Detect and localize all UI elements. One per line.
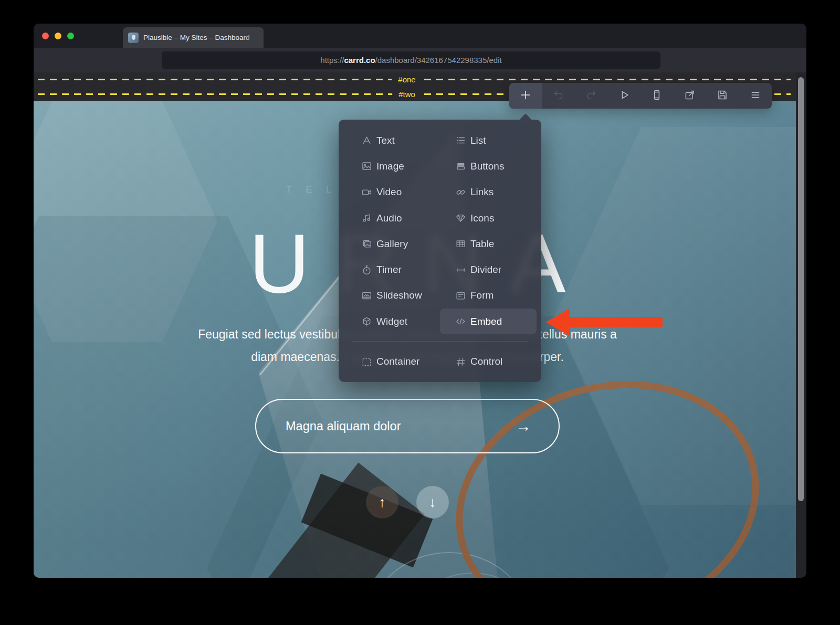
menu-column-left: Text Image Video Audio Gallery xyxy=(339,128,440,334)
url-prefix: https:// xyxy=(320,56,344,65)
phone-icon xyxy=(650,89,663,103)
control-icon xyxy=(455,356,466,367)
divider-icon xyxy=(455,264,466,276)
play-icon xyxy=(618,89,631,103)
menu-item-label: Icons xyxy=(470,213,494,224)
anchor-label-two[interactable]: #two xyxy=(392,89,422,100)
plausible-favicon-icon xyxy=(128,33,139,43)
menu-item-label: Text xyxy=(376,135,395,146)
url-field[interactable]: https://carrd.co/dashboard/3426167542298… xyxy=(162,51,660,69)
menu-item-slideshow[interactable]: Slideshow xyxy=(339,283,440,309)
menu-item-widget[interactable]: Widget xyxy=(339,309,440,334)
slideshow-icon xyxy=(361,290,372,301)
menu-item-form[interactable]: Form xyxy=(440,283,537,309)
menu-item-divider[interactable]: Divider xyxy=(440,257,537,282)
menu-item-video[interactable]: Video xyxy=(339,179,440,205)
menu-item-label: Widget xyxy=(376,316,407,327)
list-icon xyxy=(455,135,466,146)
menu-item-label: Audio xyxy=(376,213,402,224)
browser-tab-bar: Plausible – My Sites – Dashboard xyxy=(34,24,806,48)
window-controls xyxy=(42,33,74,39)
browser-url-bar: https://carrd.co/dashboard/3426167542298… xyxy=(34,48,806,72)
menu-item-label: Video xyxy=(376,186,402,198)
menu-item-label: Table xyxy=(470,238,494,250)
publish-button[interactable] xyxy=(674,83,707,109)
menu-item-links[interactable]: Links xyxy=(440,179,537,205)
scrollbar-thumb[interactable] xyxy=(798,77,804,501)
menu-item-embed[interactable]: Embed xyxy=(440,309,537,334)
menu-item-label: List xyxy=(470,135,486,146)
cta-button[interactable]: Magna aliquam dolor → xyxy=(255,399,560,453)
desktop-background: Plausible – My Sites – Dashboard https:/… xyxy=(0,0,840,625)
minimize-window-button[interactable] xyxy=(55,33,61,39)
cta-label: Magna aliquam dolor xyxy=(286,400,401,452)
anchor-label-one[interactable]: #one xyxy=(392,75,422,85)
menu-item-label: Slideshow xyxy=(376,290,422,301)
menu-item-table[interactable]: Table xyxy=(440,231,537,257)
editor-toolbar xyxy=(509,83,772,109)
menu-item-timer[interactable]: Timer xyxy=(339,257,440,282)
menu-item-label: Embed xyxy=(470,316,502,327)
buttons-icon xyxy=(455,161,466,172)
menu-item-label: Image xyxy=(376,161,404,172)
add-element-menu: Text Image Video Audio Gallery xyxy=(339,120,541,382)
tab-title-fade xyxy=(243,27,264,48)
settings-menu-button[interactable] xyxy=(739,83,772,109)
timer-icon xyxy=(361,264,372,276)
widget-icon xyxy=(361,316,372,327)
audio-icon xyxy=(361,213,372,224)
menu-item-container[interactable]: Container xyxy=(339,349,440,374)
hamburger-icon xyxy=(749,89,762,103)
menu-item-buttons[interactable]: Buttons xyxy=(440,153,537,179)
menu-column-right: List Buttons Links Icons Table xyxy=(440,128,537,334)
menu-divider xyxy=(352,341,528,342)
down-arrow-icon: ↓ xyxy=(429,494,436,511)
menu-item-label: Control xyxy=(470,356,502,367)
menu-item-label: Form xyxy=(470,290,494,301)
video-icon xyxy=(361,186,372,198)
embed-icon xyxy=(455,316,466,327)
menu-footer-right: Control xyxy=(440,349,537,374)
save-button[interactable] xyxy=(706,83,739,109)
menu-item-control[interactable]: Control xyxy=(440,349,537,374)
menu-item-label: Buttons xyxy=(470,161,504,172)
save-icon xyxy=(716,89,729,103)
annotation-arrow-head xyxy=(546,308,570,336)
preview-button[interactable] xyxy=(608,83,641,109)
undo-button[interactable] xyxy=(542,83,575,109)
redo-button[interactable] xyxy=(575,83,608,109)
menu-item-label: Gallery xyxy=(376,238,408,250)
text-icon xyxy=(361,135,372,146)
form-icon xyxy=(455,290,466,301)
table-icon xyxy=(455,238,466,250)
menu-item-label: Container xyxy=(376,356,419,367)
undo-icon xyxy=(552,89,565,103)
menu-item-gallery[interactable]: Gallery xyxy=(339,231,440,257)
browser-tab[interactable]: Plausible – My Sites – Dashboard xyxy=(123,27,264,48)
browser-window: Plausible – My Sites – Dashboard https:/… xyxy=(34,24,806,578)
menu-item-list[interactable]: List xyxy=(440,128,537,153)
scroll-down-button[interactable]: ↓ xyxy=(416,486,449,518)
image-icon xyxy=(361,161,372,172)
right-arrow-icon: → xyxy=(516,400,531,452)
close-window-button[interactable] xyxy=(42,33,49,39)
annotation-arrow-shaft xyxy=(569,317,663,327)
url-path: /dashboard/3426167542298335/edit xyxy=(375,56,502,65)
device-preview-button[interactable] xyxy=(640,83,674,109)
external-link-icon xyxy=(684,89,696,103)
up-arrow-icon: ↑ xyxy=(379,494,386,511)
icons-icon xyxy=(455,213,466,224)
menu-item-text[interactable]: Text xyxy=(339,128,440,153)
menu-item-label: Links xyxy=(470,186,494,198)
menu-item-image[interactable]: Image xyxy=(339,153,440,179)
menu-item-icons[interactable]: Icons xyxy=(440,205,537,231)
add-element-button[interactable] xyxy=(509,83,542,109)
menu-item-label: Divider xyxy=(470,264,501,276)
url-domain: carrd.co xyxy=(344,56,375,65)
menu-item-audio[interactable]: Audio xyxy=(339,205,440,231)
plus-icon xyxy=(519,89,532,103)
zoom-window-button[interactable] xyxy=(67,33,74,39)
container-icon xyxy=(361,356,372,367)
scroll-up-button[interactable]: ↑ xyxy=(366,486,398,518)
scrollbar-track[interactable] xyxy=(796,72,806,578)
